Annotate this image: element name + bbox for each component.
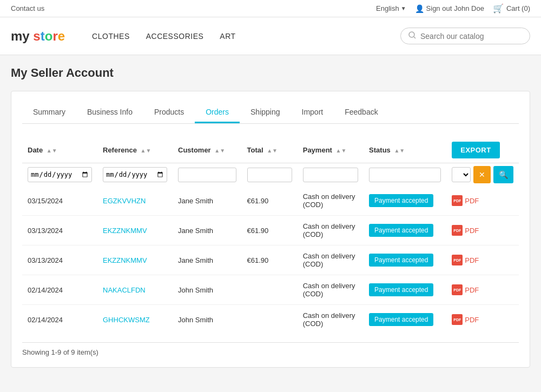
cell-payment-1: Cash on delivery (COD) bbox=[298, 216, 364, 245]
clear-filter-button[interactable]: ✕ bbox=[473, 166, 491, 183]
pdf-label-3: PDF bbox=[465, 286, 479, 294]
cell-date-3: 02/14/2024 bbox=[22, 275, 97, 305]
header-left: my store CLOTHES ACCESSORIES ART bbox=[11, 29, 236, 44]
language-selector[interactable]: English ▼ bbox=[376, 4, 406, 12]
page-title: My Seller Account bbox=[11, 66, 530, 80]
cell-reference-1: EKZZNKMMV bbox=[97, 216, 173, 245]
cell-total-0: €61.90 bbox=[242, 186, 298, 216]
cell-reference-0: EGZKVVHZN bbox=[97, 186, 173, 216]
sign-out-button[interactable]: 👤 Sign out John Doe bbox=[415, 4, 484, 13]
filter-reference bbox=[173, 163, 242, 187]
pdf-icon-0: PDF bbox=[452, 195, 463, 206]
tab-import[interactable]: Import bbox=[291, 102, 334, 123]
apply-filter-button[interactable]: 🔍 bbox=[493, 166, 513, 183]
tab-orders[interactable]: Orders bbox=[195, 102, 240, 123]
status-badge-2: Payment accepted bbox=[369, 254, 433, 267]
reference-link-1[interactable]: EKZZNKMMV bbox=[103, 227, 147, 235]
payment-filter-input[interactable] bbox=[369, 168, 441, 182]
table-row: 02/14/2024 NAKACLFDN John Smith Cash on … bbox=[22, 275, 519, 305]
tab-products[interactable]: Products bbox=[143, 102, 195, 123]
col-payment[interactable]: Payment ▲▼ bbox=[298, 137, 364, 163]
cell-pdf-3: PDF PDF bbox=[446, 275, 519, 305]
contact-us[interactable]: Contact us bbox=[11, 4, 44, 12]
username-label: John Doe bbox=[454, 4, 484, 12]
main-content: My Seller Account Summary Business Info … bbox=[0, 55, 541, 378]
nav-art[interactable]: ART bbox=[220, 32, 235, 41]
tab-summary[interactable]: Summary bbox=[22, 102, 76, 123]
cell-payment-0: Cash on delivery (COD) bbox=[298, 186, 364, 216]
col-date[interactable]: Date ▲▼ bbox=[22, 137, 97, 163]
reference-filter-input[interactable] bbox=[178, 168, 236, 182]
logo-r: r bbox=[52, 29, 57, 43]
pdf-icon-1: PDF bbox=[452, 225, 463, 236]
logo[interactable]: my store bbox=[11, 29, 65, 44]
col-customer[interactable]: Customer ▲▼ bbox=[173, 137, 242, 163]
col-actions: EXPORT bbox=[446, 137, 519, 163]
status-filter-select[interactable]: Payment accepted bbox=[452, 167, 471, 182]
cell-date-1: 03/13/2024 bbox=[22, 216, 97, 245]
orders-table: Date ▲▼ Reference ▲▼ Customer ▲▼ Total ▲… bbox=[22, 137, 519, 334]
orders-tbody: 03/15/2024 EGZKVVHZN Jane Smith €61.90 C… bbox=[22, 186, 519, 334]
sort-customer-icon: ▲▼ bbox=[214, 148, 225, 154]
cell-status-4: Payment accepted bbox=[364, 305, 446, 335]
reference-link-4[interactable]: GHHCKWSMZ bbox=[103, 316, 150, 324]
svg-line-1 bbox=[414, 37, 415, 38]
contact-label: Contact us bbox=[11, 4, 44, 12]
pdf-link-2[interactable]: PDF PDF bbox=[452, 255, 513, 265]
col-reference[interactable]: Reference ▲▼ bbox=[97, 137, 173, 163]
logo-my: my bbox=[11, 29, 33, 43]
nav-clothes[interactable]: CLOTHES bbox=[92, 32, 130, 41]
pdf-link-4[interactable]: PDF PDF bbox=[452, 314, 513, 325]
cell-pdf-1: PDF PDF bbox=[446, 216, 519, 245]
reference-link-3[interactable]: NAKACLFDN bbox=[103, 286, 146, 294]
sort-payment-icon: ▲▼ bbox=[336, 148, 347, 154]
pdf-link-3[interactable]: PDF PDF bbox=[452, 284, 513, 295]
sort-status-icon: ▲▼ bbox=[394, 148, 405, 154]
search-icon bbox=[408, 31, 416, 41]
total-filter-input[interactable] bbox=[303, 168, 358, 182]
export-button[interactable]: EXPORT bbox=[452, 142, 499, 158]
logo-o: o bbox=[45, 29, 53, 43]
col-status[interactable]: Status ▲▼ bbox=[364, 137, 446, 163]
pdf-link-0[interactable]: PDF PDF bbox=[452, 195, 513, 206]
top-bar: Contact us English ▼ 👤 Sign out John Doe… bbox=[0, 0, 541, 17]
header: my store CLOTHES ACCESSORIES ART bbox=[0, 17, 541, 55]
pdf-label-4: PDF bbox=[465, 316, 479, 324]
cell-status-0: Payment accepted bbox=[364, 186, 446, 216]
tab-business-info[interactable]: Business Info bbox=[76, 102, 143, 123]
pdf-label-0: PDF bbox=[465, 197, 479, 205]
sort-reference-icon: ▲▼ bbox=[141, 148, 151, 154]
tab-feedback[interactable]: Feedback bbox=[334, 102, 388, 123]
table-row: 02/14/2024 GHHCKWSMZ John Smith Cash on … bbox=[22, 305, 519, 335]
customer-filter-input[interactable] bbox=[247, 168, 292, 182]
cell-customer-0: Jane Smith bbox=[173, 186, 242, 216]
date-from-input[interactable] bbox=[28, 167, 92, 182]
chevron-down-icon: ▼ bbox=[401, 5, 406, 11]
top-bar-right: English ▼ 👤 Sign out John Doe 🛒 Cart (0) bbox=[376, 3, 530, 14]
search-box bbox=[400, 28, 530, 44]
status-badge-1: Payment accepted bbox=[369, 224, 433, 237]
cart-icon: 🛒 bbox=[493, 3, 504, 14]
cell-payment-3: Cash on delivery (COD) bbox=[298, 275, 364, 305]
pdf-icon-3: PDF bbox=[452, 284, 463, 295]
col-total[interactable]: Total ▲▼ bbox=[242, 137, 298, 163]
tab-shipping[interactable]: Shipping bbox=[240, 102, 291, 123]
cell-total-3 bbox=[242, 275, 298, 305]
nav-accessories[interactable]: ACCESSORIES bbox=[146, 32, 204, 41]
pdf-link-1[interactable]: PDF PDF bbox=[452, 225, 513, 236]
cell-customer-3: John Smith bbox=[173, 275, 242, 305]
cell-customer-1: Jane Smith bbox=[173, 216, 242, 245]
sort-date-icon: ▲▼ bbox=[47, 148, 57, 154]
cell-status-3: Payment accepted bbox=[364, 275, 446, 305]
filter-actions-cell: Payment accepted ✕ 🔍 bbox=[452, 166, 513, 183]
status-badge-4: Payment accepted bbox=[369, 313, 433, 326]
reference-link-0[interactable]: EGZKVVHZN bbox=[103, 197, 146, 205]
language-label: English bbox=[376, 4, 399, 12]
cell-status-2: Payment accepted bbox=[364, 245, 446, 275]
cell-pdf-2: PDF PDF bbox=[446, 245, 519, 275]
date-to-input[interactable] bbox=[103, 167, 167, 182]
reference-link-2[interactable]: EKZZNKMMV bbox=[103, 256, 147, 264]
cart-button[interactable]: 🛒 Cart (0) bbox=[493, 3, 530, 14]
filter-status-and-actions: Payment accepted ✕ 🔍 bbox=[446, 163, 519, 187]
search-input[interactable] bbox=[420, 32, 522, 41]
